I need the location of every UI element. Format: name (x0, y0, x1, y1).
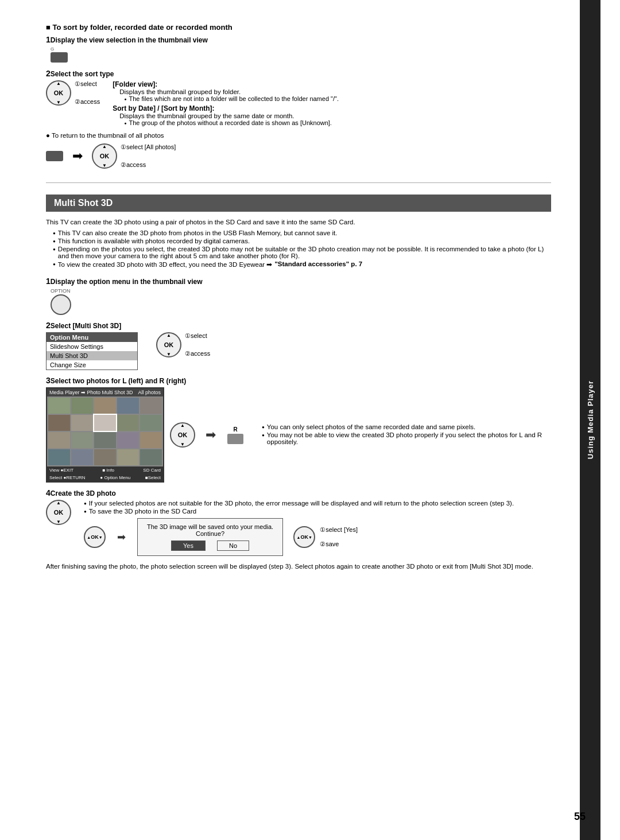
arrow-up-icon: ▲ (56, 81, 61, 86)
photo-cell (71, 449, 93, 465)
save-dialog-buttons: Yes No (147, 540, 273, 551)
ok-button-step4: ▲ OK ▼ (46, 500, 71, 525)
bullet-3: Depending on the photos you select, the … (53, 246, 551, 259)
sort-date-title: Sort by Date] / [Sort by Month]: (113, 104, 339, 112)
folder-view-title: [Folder view]: (113, 80, 339, 88)
arrow-down-icon-3: ▼ (166, 352, 171, 357)
photo-cell (117, 432, 139, 448)
photo-grid-container: Media Player ➡ Photo Multi Shot 3D All p… (46, 387, 164, 483)
multi-shot-header: Multi Shot 3D (46, 195, 551, 212)
photo-cell (48, 415, 70, 431)
option-circle-button (51, 294, 71, 315)
step1-sort-g-btn-area: G (51, 46, 551, 64)
ok-button-save2: ▲OK▼ (293, 526, 315, 548)
photo-cell (71, 432, 93, 448)
ok-button-step3: ▲ OK ▼ (170, 422, 195, 448)
step4-multishot: 4Create the 3D photo ▲ OK ▼ If your sele… (46, 488, 551, 571)
photo-cell (140, 415, 162, 431)
save-dialog: The 3D image will be saved onto your med… (137, 518, 283, 556)
step3-multishot: 3Select two photos for L (left) and R (r… (46, 376, 551, 483)
photo-cell (71, 415, 93, 431)
bullet-2: This function is available with photos r… (53, 238, 551, 244)
return-all-photos-controls: ➡ ▲ OK ▼ ①select [All photos] ②access (46, 143, 551, 169)
photo-cell (94, 449, 116, 465)
ok-button-save: ▲OK▼ (84, 526, 106, 548)
g-button (51, 52, 68, 63)
arrow-down-icon-5: ▼ (56, 519, 61, 524)
step1-multishot: 1Display the option menu in the thumbnai… (46, 277, 551, 315)
arrow-up-icon-2: ▲ (102, 144, 107, 149)
arrow-right-step3-icon: ➡ (206, 427, 216, 442)
ok-button-sort: ▲ OK ▼ (46, 80, 71, 106)
step2-sort-row: ▲ OK ▼ ①select ②access [Folder view]: Di… (46, 80, 551, 127)
option-menu-box: Option Menu Slideshow Settings Multi Sho… (46, 332, 138, 370)
step1-sort: 1Display the view selection in the thumb… (46, 35, 551, 64)
g-button-2 (46, 151, 63, 161)
photo-grid (47, 396, 163, 466)
photo-cell (48, 449, 70, 465)
dialog-yes-button[interactable]: Yes (171, 540, 206, 551)
side-tab-text: Using Media Player (586, 380, 595, 459)
photo-cell (48, 398, 70, 414)
photo-cell (140, 432, 162, 448)
step3-note2: You may not be able to view the created … (262, 431, 551, 445)
ok-button-return: ▲ OK ▼ (92, 143, 117, 169)
return-all-photos-row: ● To return to the thumbnail of all phot… (46, 132, 551, 139)
arrow-up-icon-4: ▲ (180, 423, 185, 428)
bullet-1: This TV can also create the 3D photo fro… (53, 230, 551, 236)
closing-text: After finishing saving the photo, the ph… (46, 562, 551, 571)
dialog-no-button[interactable]: No (217, 540, 249, 551)
arrow-up-icon-3: ▲ (166, 333, 171, 338)
step3-note1: You can only select photos of the same r… (262, 423, 551, 430)
option-changesize: Change Size (46, 360, 137, 370)
photo-cell (117, 415, 139, 431)
ok-button-step2: ▲ OK ▼ (156, 332, 181, 357)
photo-cell (117, 449, 139, 465)
step3-multishot-row: Media Player ➡ Photo Multi Shot 3D All p… (46, 387, 551, 483)
step2-multishot: 2Select [Multi Shot 3D] Option Menu Slid… (46, 321, 551, 370)
option-menu-header: Option Menu (46, 333, 137, 342)
option-slideshow: Slideshow Settings (46, 342, 137, 351)
save-dialog-row: ▲OK▼ ➡ The 3D image will be saved onto y… (84, 518, 514, 556)
sort-section-title: ■ To sort by folder, recorded date or re… (46, 23, 551, 32)
photo-cell (140, 398, 162, 414)
page-number: 55 (574, 811, 586, 823)
arrow-down-icon-4: ▼ (180, 442, 185, 447)
arrow-right-save-icon: ➡ (117, 531, 126, 543)
arrow-down-icon: ▼ (56, 100, 61, 105)
section-divider (46, 182, 551, 183)
photo-cell (94, 398, 116, 414)
option-multishot: Multi Shot 3D (46, 351, 137, 360)
intro-text: This TV can create the 3D photo using a … (46, 217, 551, 227)
bullet-4: To view the created 3D photo with 3D eff… (53, 260, 551, 269)
r-button-area: R (227, 426, 243, 444)
photo-cell (140, 449, 162, 465)
photo-cell (71, 398, 93, 414)
photo-cell (117, 398, 139, 414)
photo-cell (94, 415, 116, 431)
arrow-up-icon-5: ▲ (56, 500, 61, 505)
photo-cell (48, 432, 70, 448)
photo-grid-footer-2: Select ●RETURN ● Option Menu ■Select (47, 474, 163, 481)
step2-multishot-row: Option Menu Slideshow Settings Multi Sho… (46, 332, 551, 370)
step1-sort-header: 1Display the view selection in the thumb… (46, 35, 551, 44)
arrow-right-icon: ➡ (72, 149, 83, 164)
step4-note2: To save the 3D photo in the SD Card (84, 508, 514, 515)
step4-note1: If your selected photos are not suitable… (84, 500, 514, 507)
side-tab: Using Media Player (580, 0, 600, 840)
arrow-down-icon-2: ▼ (102, 163, 107, 168)
option-btn-area: OPTION (51, 288, 551, 315)
photo-cell (94, 432, 116, 448)
step2-sort: 2Select the sort type ▲ OK ▼ ①select ②ac… (46, 69, 551, 127)
sort-section: ■ To sort by folder, recorded date or re… (46, 23, 551, 169)
r-rect (227, 434, 243, 444)
photo-grid-footer: View ●EXIT ■ Info SD Card (47, 466, 163, 474)
photo-grid-header: Media Player ➡ Photo Multi Shot 3D All p… (47, 388, 163, 396)
multi-shot-section: Multi Shot 3D This TV can create the 3D … (46, 195, 551, 572)
